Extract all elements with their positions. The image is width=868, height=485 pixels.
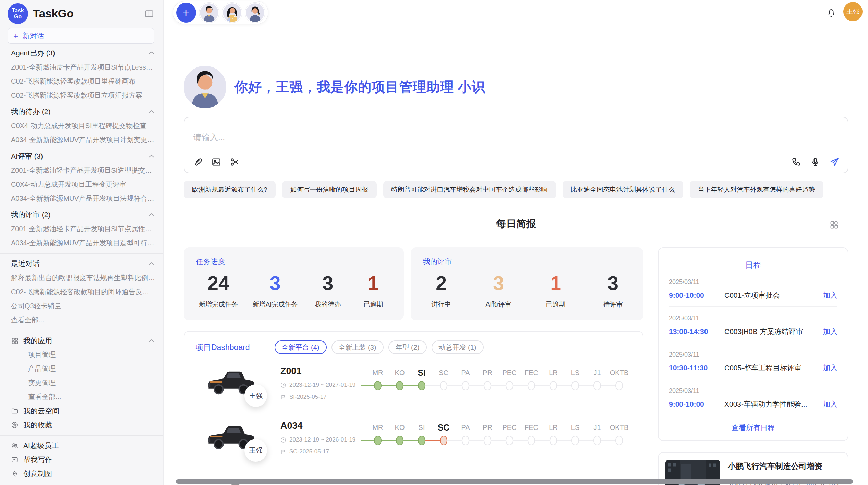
- new-chat-button[interactable]: + 新对话: [8, 28, 154, 44]
- app-name: TaskGo: [33, 7, 74, 20]
- sidebar-task-item[interactable]: A034-全新新能源MUV产品开发项目计划变更表编写: [7, 133, 155, 147]
- divider: [0, 253, 163, 254]
- project-row-a034[interactable]: 王强 A034 2023-12-19 ~ 2026-01-19 SC-2025-…: [195, 420, 632, 462]
- filter-chip-year-model[interactable]: 年型 (2): [388, 340, 427, 354]
- section-header-ai-review[interactable]: AI评审 (3): [7, 149, 155, 163]
- project-row-z001[interactable]: 王强 Z001 2023-12-19 ~ 2027-01-19 SI-2025-…: [195, 365, 632, 407]
- stat: 1 已逾期: [540, 272, 571, 309]
- project-code: A034: [280, 421, 367, 431]
- attachment-icon[interactable]: [193, 157, 203, 167]
- milestone: LR: [542, 421, 564, 462]
- flag-icon: [280, 449, 286, 455]
- sidebar-task-item[interactable]: C0X4-动力总成开发项目工程变更评审: [7, 177, 155, 191]
- milestone-track: MR KO SI SC PA PR PEC FEC LR LS J1 OKTB: [367, 366, 630, 407]
- join-link[interactable]: 加入: [823, 363, 837, 373]
- app-item-change-mgmt[interactable]: 变更管理: [7, 376, 155, 390]
- sidebar-collapse-icon[interactable]: [143, 8, 155, 20]
- section-header-my-todo[interactable]: 我的待办 (2): [7, 104, 155, 119]
- filter-chip-new-platform[interactable]: 全新平台 (4): [275, 340, 327, 354]
- milestone: MR: [367, 366, 389, 407]
- recent-chat-item[interactable]: 公司Q3轻卡销量: [7, 299, 155, 313]
- apps-view-all[interactable]: 查看全部...: [7, 390, 155, 404]
- layout-grid-icon[interactable]: [829, 220, 839, 229]
- phone-icon[interactable]: [791, 157, 801, 167]
- logo-row: Task Go TaskGo: [7, 3, 155, 25]
- section-header-recent-chats[interactable]: 最近对话: [7, 257, 155, 271]
- milestone: MR: [367, 421, 389, 462]
- milestone: PR: [477, 421, 498, 462]
- flag-icon: [280, 394, 286, 400]
- suggestion-chip[interactable]: 比亚迪全固态电池计划具体说了什么: [563, 181, 683, 198]
- filter-chip-powertrain[interactable]: 动总开发 (1): [432, 340, 484, 354]
- sidebar-item-ai-super-staff[interactable]: AI超级员工: [7, 438, 155, 452]
- suggestion-chip[interactable]: 如何写一份清晰的项目周报: [282, 181, 377, 198]
- project-flag: SI-2025-05-17: [289, 394, 327, 400]
- suggestion-chip[interactable]: 特朗普可能对进口汽车增税会对中国车企造成哪些影响: [383, 181, 556, 198]
- stat: 1 已逾期: [358, 272, 389, 309]
- clock-icon: [280, 437, 286, 443]
- stats-row: 任务进度 24 新增完成任务 3 新增AI完成任务 3: [184, 247, 643, 320]
- join-link[interactable]: 加入: [823, 399, 837, 409]
- app-item-project-mgmt[interactable]: 项目管理: [7, 348, 155, 362]
- app-item-product-mgmt[interactable]: 产品管理: [7, 362, 155, 376]
- task-progress-card: 任务进度 24 新增完成任务 3 新增AI完成任务 3: [184, 247, 404, 320]
- schedule-item-title: C003|H0B-方案冻结评审: [724, 327, 823, 336]
- chevron-up-icon[interactable]: [148, 338, 155, 343]
- filter-chip-new-top[interactable]: 全新上装 (3): [331, 340, 384, 354]
- image-icon[interactable]: [211, 157, 221, 167]
- sidebar-task-item[interactable]: C02-飞腾新能源轻客改款项目里程碑画布: [7, 74, 155, 88]
- sidebar-task-item[interactable]: Z001-全新燃油轻卡产品开发项目SI造型提交物评审: [7, 163, 155, 177]
- recent-chat-item[interactable]: C02-飞腾新能源轻客改款项目的闭环通告反馈情况: [7, 285, 155, 299]
- recent-view-all[interactable]: 查看全部...: [7, 313, 155, 327]
- pen-nib-icon: [11, 470, 19, 477]
- chevron-up-icon[interactable]: [148, 154, 155, 159]
- sidebar-task-item[interactable]: C02-飞腾新能源轻客改款项目立项汇报方案: [7, 88, 155, 102]
- microphone-icon[interactable]: [810, 157, 820, 167]
- logo-line1: Task: [12, 8, 24, 14]
- owner-badge: 王强: [244, 384, 267, 407]
- join-link[interactable]: 加入: [823, 327, 837, 336]
- chevron-up-icon[interactable]: [148, 109, 155, 114]
- section-header-my-review[interactable]: 我的评审 (2): [7, 208, 155, 222]
- sidebar-task-item[interactable]: Z001-全新燃油皮卡产品开发项目SI节点Lesson Learn报告: [7, 60, 155, 74]
- daily-briefing-title: 每日简报: [184, 217, 848, 231]
- milestone: SI: [411, 366, 433, 407]
- dashboard-filters: 全新平台 (4) 全新上装 (3) 年型 (2) 动总开发 (1): [275, 340, 484, 354]
- suggestion-chip[interactable]: 当下年轻人对汽车外观有怎样的喜好趋势: [690, 181, 823, 198]
- sidebar-task-item[interactable]: Z001-全新燃油轻卡产品开发项目SI节点属性5D文件评审: [7, 222, 155, 236]
- chat-input[interactable]: [193, 133, 708, 142]
- sidebar-item-help-me-write[interactable]: 帮我写作: [7, 452, 155, 467]
- view-all-schedule-link[interactable]: 查看所有日程: [669, 423, 837, 433]
- milestone: LS: [564, 366, 586, 407]
- chevron-up-icon[interactable]: [148, 51, 155, 55]
- milestone: LS: [564, 421, 586, 462]
- horizontal-scrollbar[interactable]: [176, 479, 853, 484]
- sidebar-task-item[interactable]: A034-全新新能源MUV产品开发项目法规符合性评审: [7, 191, 155, 206]
- sidebar-task-item[interactable]: C0X4-动力总成开发项目SI里程碑提交物检查: [7, 119, 155, 133]
- owner-badge: 王强: [244, 439, 267, 462]
- join-link[interactable]: 加入: [823, 290, 837, 300]
- milestone: FEC: [520, 421, 542, 462]
- send-icon[interactable]: [829, 157, 840, 167]
- chevron-up-icon[interactable]: [148, 212, 155, 217]
- section-header-agent-done[interactable]: Agent已办 (3): [7, 46, 155, 60]
- divider: [0, 435, 163, 436]
- milestone-track: MR KO SI SC PA PR PEC FEC LR LS J1 OKTB: [367, 421, 630, 462]
- suggestion-chip[interactable]: 欧洲新规最近颁布了什么?: [184, 181, 276, 198]
- milestone: SI: [411, 421, 433, 462]
- sidebar-item-favorites[interactable]: 我的收藏: [7, 418, 155, 432]
- sidebar-item-cloud-space[interactable]: 我的云空间: [7, 404, 155, 418]
- milestone: PA: [455, 366, 477, 407]
- sidebar-task-item[interactable]: A034-全新新能源MUV产品开发项目造型可行性评审: [7, 236, 155, 250]
- chevron-up-icon[interactable]: [148, 261, 155, 266]
- schedule-time: 10:30-11:30: [669, 364, 721, 372]
- input-tools-left: [193, 157, 240, 167]
- recent-chat-item[interactable]: 解释最新出台的欧盟报废车法规再生塑料比例被调至15%...: [7, 271, 155, 285]
- scissors-icon[interactable]: [230, 157, 240, 167]
- stat: 3 待评审: [598, 272, 628, 309]
- milestone: PEC: [498, 366, 520, 407]
- card-title: 任务进度: [196, 257, 391, 266]
- sidebar-item-my-apps[interactable]: 我的应用: [7, 334, 155, 348]
- sidebar-item-creative-drawing[interactable]: 创意制图: [7, 467, 155, 481]
- stat: 3 新增AI完成任务: [253, 272, 298, 309]
